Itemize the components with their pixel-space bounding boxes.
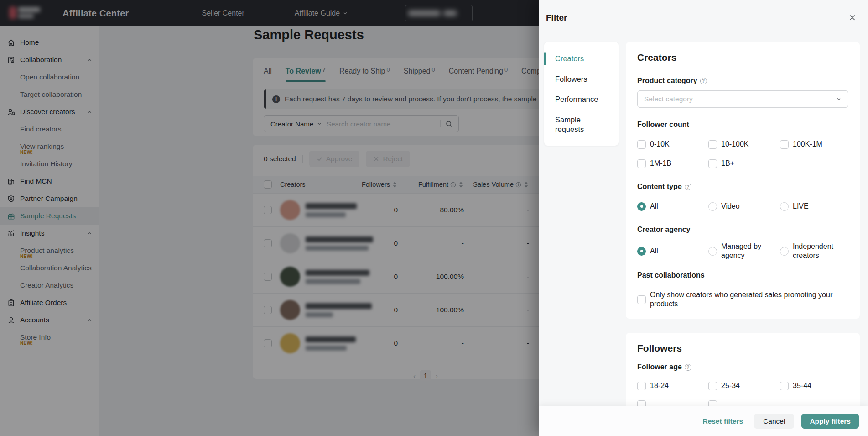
radio-managed-by-agency[interactable]: Managed by agency xyxy=(708,242,772,260)
checkbox-1b-plus[interactable]: 1B+ xyxy=(708,159,780,168)
follower-age-label: Follower age ? xyxy=(637,363,848,371)
product-category-label: Product category ? xyxy=(637,77,848,85)
radio-icon xyxy=(780,202,789,211)
follower-count-label: Follower count xyxy=(637,121,848,129)
content-type-options: All Video LIVE xyxy=(637,202,848,211)
checkbox-1m-1b[interactable]: 1M-1B xyxy=(637,159,708,168)
app-root: Affiliate Center Seller Center Affiliate… xyxy=(0,0,868,436)
radio-icon xyxy=(708,247,717,256)
radio-icon xyxy=(708,202,717,211)
filter-nav-followers[interactable]: Followers xyxy=(544,69,619,89)
filter-drawer: Filter Creators Followers Performance Sa… xyxy=(539,0,868,436)
filter-title: Filter xyxy=(546,13,567,23)
radio-content-all[interactable]: All xyxy=(637,202,708,211)
filter-nav-sample-requests[interactable]: Sample requests xyxy=(544,110,619,139)
followers-heading: Followers xyxy=(637,343,848,354)
filter-creators-card: Creators Product category ? Select categ… xyxy=(626,42,860,319)
checkbox-25-34[interactable]: 25-34 xyxy=(708,381,780,390)
checkbox-icon xyxy=(780,140,789,149)
radio-icon xyxy=(780,247,789,256)
checkbox-18-24[interactable]: 18-24 xyxy=(637,381,708,390)
checkbox-icon xyxy=(708,140,717,149)
radio-content-video[interactable]: Video xyxy=(708,202,780,211)
filter-footer: Reset filters Cancel Apply filters xyxy=(539,406,868,436)
checkbox-100k-1m[interactable]: 100K-1M xyxy=(780,140,848,149)
cancel-button[interactable]: Cancel xyxy=(754,414,794,429)
checkbox-icon xyxy=(637,295,646,304)
checkbox-only-show-creators[interactable]: Only show creators who generated sales p… xyxy=(637,290,848,309)
radio-selected-icon xyxy=(637,202,646,211)
creators-heading: Creators xyxy=(637,52,848,63)
checkbox-icon xyxy=(637,382,646,390)
checkbox-icon xyxy=(637,159,646,168)
creator-agency-label: Creator agency xyxy=(637,226,848,234)
reset-filters-button[interactable]: Reset filters xyxy=(702,417,743,425)
radio-independent-creators[interactable]: Independent creators xyxy=(780,242,848,260)
filter-nav-creators[interactable]: Creators xyxy=(544,48,619,69)
chevron-down-icon xyxy=(836,96,842,102)
follower-age-options: 18-24 25-34 35-44 xyxy=(637,381,848,390)
product-category-select[interactable]: Select category xyxy=(637,90,848,108)
creator-agency-options: All Managed by agency Independent creato… xyxy=(637,242,848,260)
content-type-label: Content type ? xyxy=(637,183,848,191)
filter-nav-performance[interactable]: Performance xyxy=(544,89,619,110)
checkbox-icon xyxy=(708,382,717,390)
checkbox-0-10k[interactable]: 0-10K xyxy=(637,140,708,149)
close-icon[interactable] xyxy=(848,14,856,21)
help-icon[interactable]: ? xyxy=(700,78,707,84)
checkbox-35-44[interactable]: 35-44 xyxy=(780,381,848,390)
filter-section-nav: Creators Followers Performance Sample re… xyxy=(544,42,619,146)
help-icon[interactable]: ? xyxy=(685,184,691,190)
radio-selected-icon xyxy=(637,247,646,256)
radio-agency-all[interactable]: All xyxy=(637,242,708,260)
radio-content-live[interactable]: LIVE xyxy=(780,202,848,211)
checkbox-icon xyxy=(637,140,646,149)
apply-filters-button[interactable]: Apply filters xyxy=(801,414,859,429)
follower-count-options: 0-10K 10-100K 100K-1M 1M-1B 1B+ xyxy=(637,140,848,168)
checkbox-icon xyxy=(780,382,789,390)
help-icon[interactable]: ? xyxy=(685,364,691,371)
checkbox-10-100k[interactable]: 10-100K xyxy=(708,140,780,149)
checkbox-icon xyxy=(708,159,717,168)
past-collaborations-label: Past collaborations xyxy=(637,271,848,279)
